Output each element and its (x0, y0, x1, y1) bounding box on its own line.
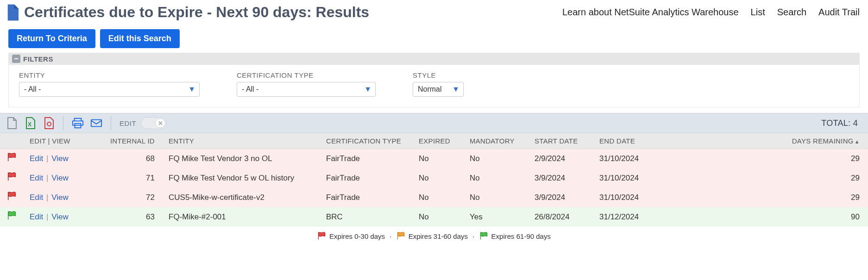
cell-start-date: 3/9/2024 (529, 168, 594, 188)
cert-type-filter-label: CERTIFICATION TYPE (237, 71, 376, 79)
cert-type-filter-select[interactable]: - All - ▼ (237, 82, 376, 97)
cell-entity: CUS5-Mike-w-certificate-v2 (163, 188, 321, 207)
total-count: TOTAL: 4 (821, 118, 858, 128)
cell-entity: FQ Mike Test Vendor 3 no OL (163, 149, 321, 168)
cell-cert-type: FairTrade (321, 188, 413, 207)
cell-days-remaining: 29 (668, 188, 868, 207)
entity-filter-label: ENTITY (19, 71, 200, 79)
cell-mandatory: Yes (464, 207, 529, 227)
filters-header[interactable]: − FILTERS (8, 53, 860, 65)
table-row: Edit | View68FQ Mike Test Vendor 3 no OL… (0, 149, 868, 168)
cell-end-date: 31/10/2024 (594, 149, 668, 168)
collapse-icon[interactable]: − (12, 55, 20, 63)
cell-expired: No (413, 207, 464, 227)
cell-start-date: 2/9/2024 (529, 149, 594, 168)
svg-point-1 (47, 122, 51, 126)
top-links: Learn about NetSuite Analytics Warehouse… (562, 7, 860, 18)
style-filter-select[interactable]: Normal ▼ (413, 82, 464, 97)
cell-start-date: 3/9/2024 (529, 188, 594, 207)
cell-cert-type: BRC (321, 207, 413, 227)
table-row: Edit | View63FQ-Mike-#2-001BRCNoYes26/8/… (0, 207, 868, 227)
edit-link[interactable]: Edit (30, 154, 43, 163)
legend: Expires 0-30 days · Expires 31-60 days ·… (0, 227, 868, 247)
flag-icon (7, 172, 17, 182)
flag-icon (7, 211, 17, 221)
chevron-down-icon: ▼ (188, 85, 195, 93)
cell-internal-id: 63 (103, 207, 163, 227)
sort-asc-icon: ▲ (854, 139, 860, 144)
edit-link[interactable]: Edit (30, 193, 43, 202)
col-days-remaining[interactable]: DAYS REMAINING▲ (668, 133, 868, 149)
cell-end-date: 31/10/2024 (594, 188, 668, 207)
return-to-criteria-button[interactable]: Return To Criteria (8, 29, 95, 48)
inline-edit-label: EDIT (120, 119, 136, 127)
link-search[interactable]: Search (777, 7, 806, 18)
export-pdf-icon[interactable] (43, 116, 55, 130)
cell-internal-id: 71 (103, 168, 163, 188)
cell-expired: No (413, 149, 464, 168)
cell-expired: No (413, 188, 464, 207)
cell-internal-id: 68 (103, 149, 163, 168)
cell-entity: FQ-Mike-#2-001 (163, 207, 321, 227)
cell-mandatory: No (464, 168, 529, 188)
col-edit-view[interactable]: EDIT | VIEW (24, 133, 103, 149)
export-csv-icon[interactable] (6, 116, 18, 130)
cell-mandatory: No (464, 149, 529, 168)
view-link[interactable]: View (51, 193, 69, 202)
cell-cert-type: FairTrade (321, 168, 413, 188)
close-icon: ✕ (155, 118, 165, 128)
inline-edit-toggle[interactable]: ✕ (141, 117, 167, 129)
col-cert-type[interactable]: CERTIFICATION TYPE (321, 133, 413, 149)
edit-this-search-button[interactable]: Edit this Search (100, 29, 180, 48)
table-row: Edit | View72CUS5-Mike-w-certificate-v2F… (0, 188, 868, 207)
print-icon[interactable] (72, 116, 84, 130)
link-analytics-warehouse[interactable]: Learn about NetSuite Analytics Warehouse (562, 7, 739, 18)
cell-end-date: 31/12/2024 (594, 207, 668, 227)
filters-label: FILTERS (23, 55, 53, 63)
edit-link[interactable]: Edit (30, 174, 43, 182)
view-link[interactable]: View (51, 212, 69, 221)
link-list[interactable]: List (751, 7, 765, 18)
cell-days-remaining: 29 (668, 168, 868, 188)
svg-text:X: X (28, 121, 31, 128)
cell-cert-type: FairTrade (321, 149, 413, 168)
cell-days-remaining: 29 (668, 149, 868, 168)
cell-start-date: 26/8/2024 (529, 207, 594, 227)
col-internal-id[interactable]: INTERNAL ID (103, 133, 163, 149)
view-link[interactable]: View (51, 154, 69, 163)
chevron-down-icon: ▼ (364, 85, 371, 93)
document-icon (6, 4, 19, 21)
cell-mandatory: No (464, 188, 529, 207)
style-filter-label: STYLE (413, 71, 464, 79)
cell-days-remaining: 90 (668, 207, 868, 227)
entity-filter-select[interactable]: - All - ▼ (19, 82, 200, 97)
cell-entity: FQ Mike Test Vendor 5 w OL history (163, 168, 321, 188)
cell-internal-id: 72 (103, 188, 163, 207)
edit-link[interactable]: Edit (30, 212, 43, 221)
cell-expired: No (413, 168, 464, 188)
col-mandatory[interactable]: MANDATORY (464, 133, 529, 149)
page-title: Certificates due to Expire - Next 90 day… (24, 4, 369, 21)
chevron-down-icon: ▼ (452, 85, 459, 93)
col-start-date[interactable]: START DATE (529, 133, 594, 149)
col-end-date[interactable]: END DATE (594, 133, 668, 149)
email-icon[interactable] (90, 116, 102, 130)
export-excel-icon[interactable]: X (24, 116, 36, 130)
col-expired[interactable]: EXPIRED (413, 133, 464, 149)
svg-rect-2 (91, 120, 101, 127)
flag-icon (7, 152, 17, 162)
col-entity[interactable]: ENTITY (163, 133, 321, 149)
link-audit-trail[interactable]: Audit Trail (818, 7, 860, 18)
cell-end-date: 31/10/2024 (594, 168, 668, 188)
flag-icon (7, 191, 17, 201)
table-row: Edit | View71FQ Mike Test Vendor 5 w OL … (0, 168, 868, 188)
view-link[interactable]: View (51, 174, 69, 182)
results-table: EDIT | VIEW INTERNAL ID ENTITY CERTIFICA… (0, 133, 868, 227)
